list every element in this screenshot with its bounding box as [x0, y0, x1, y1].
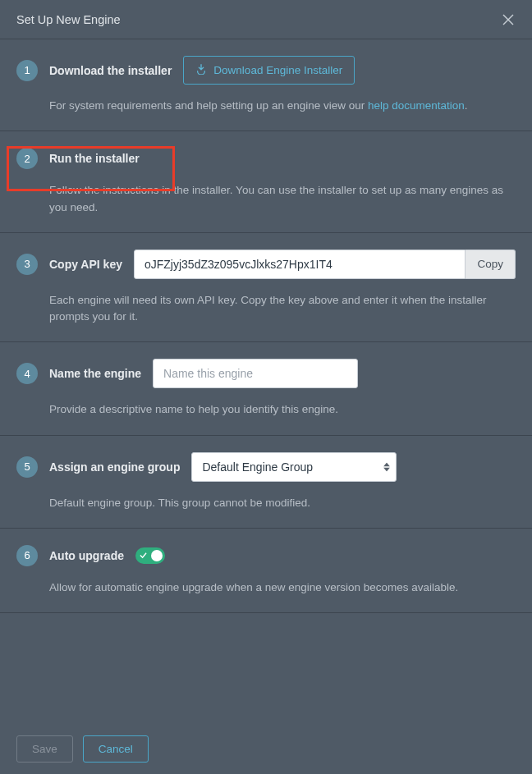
- dialog-header: Set Up New Engine: [0, 0, 532, 39]
- toggle-knob: [151, 550, 163, 561]
- step-run-installer: 2 Run the installer Follow the instructi…: [0, 131, 532, 232]
- step-title: Name the engine: [49, 367, 141, 380]
- step-auto-upgrade: 6 Auto upgrade Allow for automatic engin…: [0, 528, 532, 613]
- step-description: Allow for automatic engine upgrade when …: [49, 579, 516, 596]
- step-download-installer: 1 Download the installer Download Engine…: [0, 39, 532, 131]
- auto-upgrade-toggle[interactable]: [135, 547, 165, 564]
- step-description: For system requirements and help setting…: [49, 98, 516, 114]
- help-documentation-link[interactable]: help documentation: [368, 99, 465, 112]
- step-number-badge: 4: [16, 363, 38, 384]
- copy-button[interactable]: Copy: [466, 250, 516, 279]
- step-description: Follow the instructions in the installer…: [49, 182, 516, 216]
- steps-container: 1 Download the installer Download Engine…: [0, 39, 532, 613]
- step-title: Assign an engine group: [49, 460, 180, 474]
- step-name-engine: 4 Name the engine Provide a descriptive …: [0, 341, 532, 434]
- step-copy-api-key: 3 Copy API key Copy Each engine will nee…: [0, 232, 532, 342]
- download-icon: [195, 63, 207, 77]
- step-number-badge: 5: [16, 456, 38, 478]
- step-description: Provide a descriptive name to help you i…: [49, 401, 516, 418]
- step-title: Auto upgrade: [49, 549, 124, 562]
- download-installer-button[interactable]: Download Engine Installer: [183, 56, 355, 85]
- step-description: Each engine will need its own API key. C…: [49, 292, 516, 326]
- cancel-button[interactable]: Cancel: [83, 735, 149, 763]
- step-title: Download the installer: [49, 64, 172, 77]
- check-icon: [140, 552, 147, 559]
- dialog-footer: Save Cancel: [0, 724, 532, 774]
- step-number-badge: 2: [16, 148, 38, 169]
- step-assign-engine-group: 5 Assign an engine group Default Engine …: [0, 435, 532, 528]
- download-button-label: Download Engine Installer: [213, 64, 342, 76]
- dialog-title: Set Up New Engine: [16, 13, 121, 26]
- step-number-badge: 3: [16, 254, 38, 275]
- api-key-input[interactable]: [134, 250, 466, 279]
- engine-group-select-wrap: Default Engine Group: [191, 452, 397, 482]
- step-number-badge: 1: [16, 60, 38, 81]
- step-title: Copy API key: [49, 258, 122, 271]
- step-title: Run the installer: [49, 152, 140, 165]
- step-description: Default engine group. This group cannot …: [49, 495, 516, 511]
- engine-group-select[interactable]: Default Engine Group: [191, 452, 397, 482]
- engine-name-input[interactable]: [153, 359, 358, 388]
- close-icon[interactable]: [501, 12, 516, 27]
- save-button[interactable]: Save: [16, 735, 73, 763]
- step-number-badge: 6: [16, 545, 38, 566]
